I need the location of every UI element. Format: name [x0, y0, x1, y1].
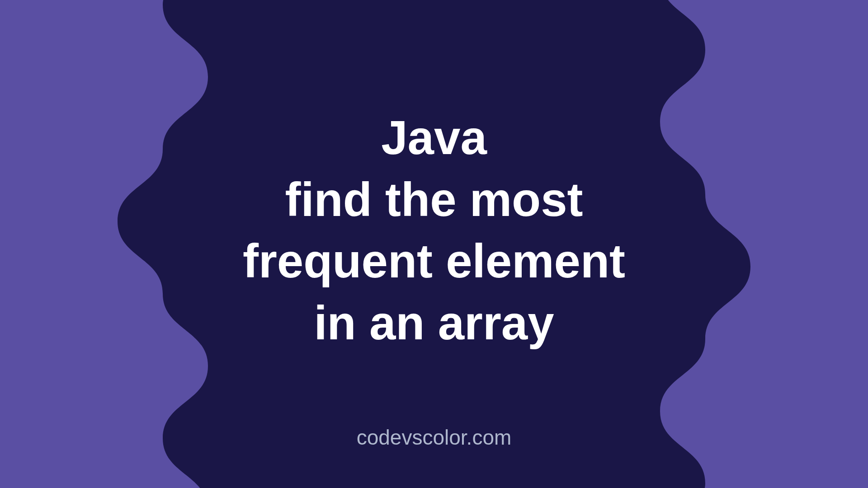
title-line-2: find the most [285, 173, 583, 226]
title-line-3: frequent element [243, 235, 625, 287]
title-line-4: in an array [314, 296, 554, 349]
page-title: Java find the most frequent element in a… [243, 107, 625, 354]
website-label: codevscolor.com [357, 425, 512, 450]
content-container: Java find the most frequent element in a… [0, 0, 868, 488]
title-line-1: Java [381, 111, 487, 164]
